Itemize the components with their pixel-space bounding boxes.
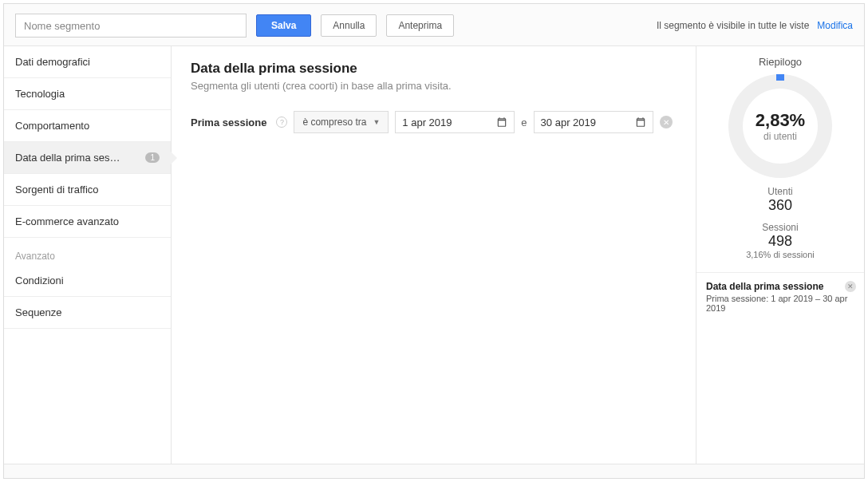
date-separator: e (521, 117, 527, 128)
stat-note: 3,16% di sessioni (704, 250, 856, 259)
clear-filter-icon[interactable]: ✕ (660, 116, 673, 128)
sidebar-item-traffic-sources[interactable]: Sorgenti di traffico (4, 174, 171, 206)
sidebar-item-label: E-commerce avanzato (15, 215, 160, 227)
sidebar-item-first-session-date[interactable]: Data della prima ses… 1 (4, 142, 171, 174)
panel-subtitle: Segmenta gli utenti (crea coorti) in bas… (191, 80, 677, 92)
close-icon[interactable]: ✕ (845, 281, 856, 292)
stat-value: 498 (704, 233, 856, 250)
sidebar-item-label: Data della prima ses… (15, 152, 140, 164)
stat-sessions: Sessioni 498 3,16% di sessioni (704, 222, 856, 259)
calendar-icon (635, 117, 646, 128)
topbar: Salva Annulla Anteprima Il segmento è vi… (4, 4, 864, 46)
donut-center: 2,83% di utenti (756, 110, 805, 142)
donut-wrap: 2,83% di utenti (704, 74, 856, 178)
stat-label: Utenti (704, 186, 856, 197)
operator-value: è compreso tra (302, 117, 366, 128)
panel-title: Data della prima sessione (191, 61, 677, 77)
stat-label: Sessioni (704, 222, 856, 233)
cancel-button[interactable]: Annulla (321, 14, 377, 37)
stat-value: 360 (704, 197, 856, 214)
body: Dati demografici Tecnologia Comportament… (4, 46, 864, 464)
filter-count-badge: 1 (145, 152, 160, 163)
donut-chart: 2,83% di utenti (728, 74, 832, 178)
sidebar-item-label: Comportamento (15, 120, 160, 132)
sidebar-item-label: Condizioni (15, 275, 160, 286)
operator-dropdown[interactable]: è compreso tra ▼ (294, 111, 389, 133)
summary-filter-text: Prima sessione: 1 apr 2019 – 30 apr 2019 (706, 294, 854, 313)
summary-filter-card: ✕ Data della prima sessione Prima sessio… (696, 273, 864, 321)
modify-link[interactable]: Modifica (817, 20, 853, 31)
filter-row: Prima sessione ? è compreso tra ▼ e (191, 111, 677, 133)
filter-label: Prima sessione (191, 117, 266, 128)
sidebar: Dati demografici Tecnologia Comportament… (4, 46, 172, 464)
sidebar-item-sequences[interactable]: Sequenze (4, 297, 171, 329)
date-to-field[interactable] (534, 111, 653, 133)
save-button[interactable]: Salva (256, 14, 311, 37)
sidebar-group-advanced: Avanzato (4, 238, 171, 265)
donut-sublabel: di utenti (756, 131, 805, 142)
preview-button[interactable]: Anteprima (386, 14, 454, 37)
sidebar-item-demographics[interactable]: Dati demografici (4, 46, 171, 78)
sidebar-item-label: Sorgenti di traffico (15, 184, 160, 196)
donut-slice (776, 74, 784, 81)
summary-title: Riepilogo (704, 56, 856, 68)
date-from-input[interactable] (402, 117, 482, 128)
topbar-right: Il segmento è visibile in tutte le viste… (657, 20, 853, 31)
summary-top: Riepilogo 2,83% di utenti Utenti 360 (696, 46, 864, 273)
sidebar-item-technology[interactable]: Tecnologia (4, 78, 171, 110)
date-from-field[interactable] (395, 111, 515, 133)
sidebar-item-behavior[interactable]: Comportamento (4, 110, 171, 142)
sidebar-item-label: Sequenze (15, 306, 160, 318)
calendar-icon (496, 117, 507, 128)
summary-filter-title: Data della prima sessione (706, 281, 854, 292)
segment-name-input[interactable] (15, 14, 247, 38)
sidebar-item-ecommerce[interactable]: E-commerce avanzato (4, 206, 171, 238)
main-panel: Data della prima sessione Segmenta gli u… (172, 46, 696, 464)
sidebar-item-label: Tecnologia (15, 88, 160, 100)
sidebar-item-label: Dati demografici (15, 56, 160, 68)
date-to-input[interactable] (541, 117, 621, 128)
help-icon[interactable]: ? (276, 117, 287, 128)
visibility-text: Il segmento è visibile in tutte le viste (657, 20, 809, 31)
bottom-bar (4, 464, 864, 478)
segment-builder: Salva Annulla Anteprima Il segmento è vi… (3, 3, 865, 479)
sidebar-item-conditions[interactable]: Condizioni (4, 265, 171, 297)
summary-panel: Riepilogo 2,83% di utenti Utenti 360 (696, 46, 864, 464)
stat-users: Utenti 360 (704, 186, 856, 214)
donut-percent: 2,83% (756, 110, 805, 131)
chevron-down-icon: ▼ (373, 118, 380, 126)
